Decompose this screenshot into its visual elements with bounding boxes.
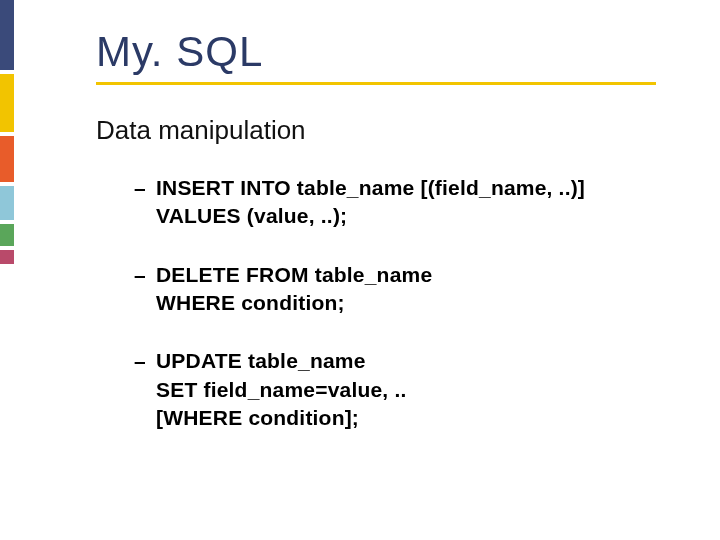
list-item: – INSERT INTO table_name [(field_name, .… bbox=[134, 174, 680, 231]
list-item-text: UPDATE table_name SET field_name=value, … bbox=[156, 347, 406, 432]
list-item-text: INSERT INTO table_name [(field_name, ..)… bbox=[156, 174, 585, 231]
dash-icon: – bbox=[134, 174, 156, 202]
stripe bbox=[0, 250, 14, 264]
stripe bbox=[0, 136, 14, 182]
stripe bbox=[0, 0, 14, 70]
slide: My. SQL Data manipulation – INSERT INTO … bbox=[0, 0, 720, 540]
bullet-list: – INSERT INTO table_name [(field_name, .… bbox=[134, 174, 680, 432]
list-item: – UPDATE table_name SET field_name=value… bbox=[134, 347, 680, 432]
page-title: My. SQL bbox=[96, 28, 680, 76]
stripe bbox=[0, 224, 14, 246]
list-item-text: DELETE FROM table_name WHERE condition; bbox=[156, 261, 432, 318]
list-item: – DELETE FROM table_name WHERE condition… bbox=[134, 261, 680, 318]
title-underline bbox=[96, 82, 656, 85]
stripe bbox=[0, 186, 14, 220]
stripe bbox=[0, 74, 14, 132]
dash-icon: – bbox=[134, 261, 156, 289]
dash-icon: – bbox=[134, 347, 156, 375]
section-heading: Data manipulation bbox=[96, 115, 680, 146]
